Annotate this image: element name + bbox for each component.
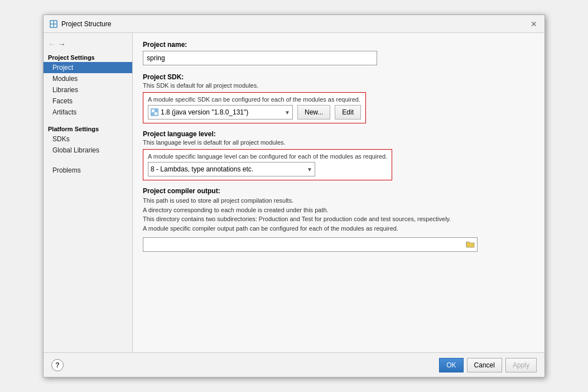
compiler-path-input[interactable] <box>146 241 466 248</box>
close-button[interactable]: ✕ <box>529 19 539 29</box>
sidebar-item-problems[interactable]: Problems <box>44 165 132 176</box>
help-button[interactable]: ? <box>51 359 64 371</box>
dialog-footer: ? OK Cancel Apply <box>44 352 544 377</box>
lang-value: 8 - Lambdas, type annotations etc. <box>151 165 307 173</box>
content-area: Project name: Project SDK: This SDK is d… <box>133 33 544 352</box>
title-bar-left: Project Structure <box>49 20 111 28</box>
lang-desc1: This language level is default for all p… <box>143 139 534 146</box>
sidebar: ← → Project Settings Project Modules Lib… <box>44 33 133 352</box>
compiler-desc: This path is used to store all project c… <box>143 196 534 233</box>
svg-rect-1 <box>51 21 53 23</box>
project-structure-dialog: Project Structure ✕ ← → Project Settings… <box>43 15 545 377</box>
sidebar-item-global-libraries[interactable]: Global Libraries <box>44 145 132 156</box>
dialog-icon <box>49 20 58 28</box>
sdk-icon <box>151 108 158 116</box>
project-settings-header: Project Settings <box>44 51 132 62</box>
sdk-edit-button[interactable]: Edit <box>335 105 361 119</box>
sdk-red-box: A module specific SDK can be configured … <box>143 92 366 123</box>
sidebar-item-libraries[interactable]: Libraries <box>44 84 132 95</box>
sdk-dropdown[interactable]: 1.8 (java version "1.8.0_131") ▼ <box>148 105 293 119</box>
platform-settings-header: Platform Settings <box>44 122 132 133</box>
footer-left: ? <box>51 359 64 371</box>
nav-row: ← → <box>44 37 132 51</box>
sdk-section-title: Project SDK: <box>143 73 534 81</box>
sdk-select-inner: 1.8 (java version "1.8.0_131") <box>151 108 285 116</box>
compiler-section-title: Project compiler output: <box>143 187 534 195</box>
ok-button[interactable]: OK <box>439 358 463 372</box>
sidebar-item-modules[interactable]: Modules <box>44 73 132 84</box>
sdk-value: 1.8 (java version "1.8.0_131") <box>161 108 248 116</box>
dialog-title: Project Structure <box>61 20 111 28</box>
svg-rect-6 <box>152 109 155 112</box>
lang-red-box: A module specific language level can be … <box>143 149 392 180</box>
project-name-label: Project name: <box>143 41 534 49</box>
sdk-dropdown-arrow: ▼ <box>285 109 290 116</box>
sidebar-item-project[interactable]: Project <box>44 62 132 73</box>
lang-section-title: Project language level: <box>143 130 534 138</box>
sidebar-item-sdks[interactable]: SDKs <box>44 133 132 145</box>
svg-rect-4 <box>54 25 56 27</box>
lang-dropdown[interactable]: 8 - Lambdas, type annotations etc. ▼ <box>148 162 315 176</box>
sdk-desc1: This SDK is default for all project modu… <box>143 82 534 89</box>
forward-arrow[interactable]: → <box>58 40 66 49</box>
cancel-button[interactable]: Cancel <box>467 358 502 372</box>
svg-rect-3 <box>51 25 53 27</box>
back-arrow[interactable]: ← <box>48 40 56 49</box>
apply-button[interactable]: Apply <box>505 358 537 372</box>
lang-dropdown-arrow: ▼ <box>307 166 312 173</box>
sidebar-item-facets[interactable]: Facets <box>44 95 132 107</box>
svg-rect-7 <box>155 112 157 115</box>
sdk-desc2: A module specific SDK can be configured … <box>148 96 361 103</box>
compiler-path-row <box>143 237 478 252</box>
project-name-input[interactable] <box>143 51 377 65</box>
footer-right: OK Cancel Apply <box>439 358 537 372</box>
lang-desc2: A module specific language level can be … <box>148 153 387 160</box>
sidebar-item-artifacts[interactable]: Artifacts <box>44 107 132 118</box>
dialog-body: ← → Project Settings Project Modules Lib… <box>44 33 544 352</box>
svg-rect-2 <box>54 21 56 23</box>
sdk-new-button[interactable]: New... <box>297 105 330 119</box>
title-bar: Project Structure ✕ <box>44 15 544 33</box>
compiler-folder-icon[interactable] <box>466 240 475 250</box>
